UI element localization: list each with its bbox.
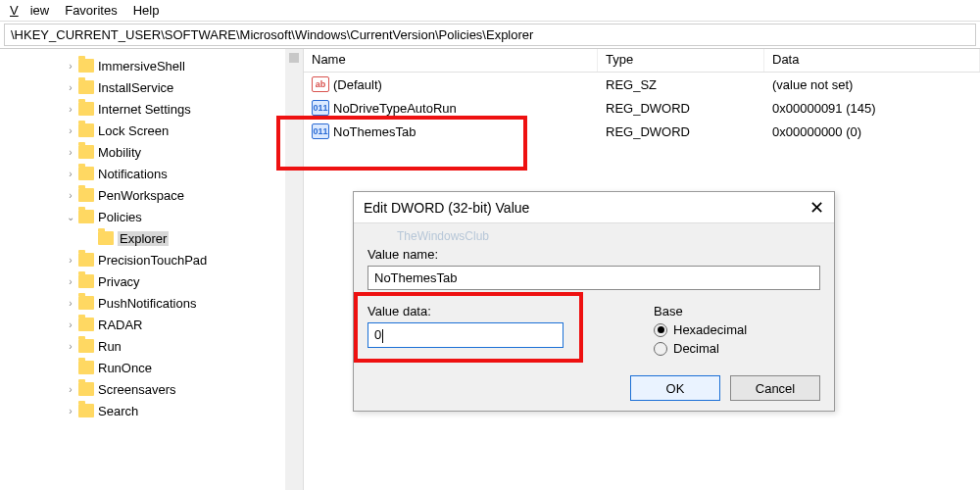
cancel-button[interactable]: Cancel: [730, 375, 820, 401]
tree-item-label: Mobility: [98, 145, 141, 160]
tree-item-label: PushNotifications: [98, 296, 196, 311]
chevron-right-icon[interactable]: ›: [65, 276, 76, 287]
folder-icon: [78, 253, 94, 267]
folder-icon: [78, 145, 94, 159]
chevron-right-icon[interactable]: ›: [65, 298, 76, 309]
folder-icon: [78, 123, 94, 137]
radio-dot-icon: [654, 323, 667, 337]
tree-item-screensavers[interactable]: ›Screensavers: [8, 378, 303, 400]
value-data-field[interactable]: 0: [368, 322, 564, 348]
dialog-title-text: Edit DWORD (32-bit) Value: [364, 200, 529, 216]
tree-item-immersiveshell[interactable]: ›ImmersiveShell: [8, 55, 303, 76]
tree-item-explorer[interactable]: Explorer: [8, 227, 303, 249]
value-row[interactable]: 011NoThemesTabREG_DWORD0x00000000 (0): [304, 120, 980, 143]
folder-icon: [78, 59, 94, 73]
chevron-right-icon[interactable]: ›: [65, 147, 76, 158]
edit-dword-dialog: Edit DWORD (32-bit) Value ✕ TheWindowsCl…: [353, 191, 835, 412]
base-group-label: Base: [654, 304, 820, 318]
chevron-right-icon[interactable]: ›: [65, 190, 76, 201]
folder-icon: [78, 188, 94, 202]
chevron-right-icon[interactable]: ›: [65, 255, 76, 266]
address-bar: \HKEY_CURRENT_USER\SOFTWARE\Microsoft\Wi…: [0, 22, 980, 49]
tree-item-search[interactable]: ›Search: [8, 400, 303, 421]
tree-item-label: Explorer: [118, 231, 169, 246]
tree-item-penworkspace[interactable]: ›PenWorkspace: [8, 184, 303, 206]
col-header-type[interactable]: Type: [598, 49, 764, 72]
menu-view[interactable]: View: [4, 1, 55, 20]
tree-item-notifications[interactable]: ›Notifications: [8, 163, 303, 184]
folder-icon: [78, 80, 94, 94]
value-name-cell: NoThemesTab: [333, 124, 416, 139]
close-icon[interactable]: ✕: [809, 197, 824, 219]
tree-item-label: RADAR: [98, 318, 143, 332]
chevron-right-icon[interactable]: ›: [65, 125, 76, 136]
address-path[interactable]: \HKEY_CURRENT_USER\SOFTWARE\Microsoft\Wi…: [4, 24, 976, 46]
ok-button[interactable]: OK: [630, 375, 720, 401]
menu-favorites[interactable]: Favorites: [59, 1, 122, 20]
folder-icon: [78, 102, 94, 116]
tree-item-runonce[interactable]: RunOnce: [8, 357, 303, 378]
col-header-name[interactable]: Name: [304, 49, 598, 72]
reg-dword-icon: 011: [312, 123, 329, 139]
tree-item-label: Internet Settings: [98, 102, 191, 117]
chevron-right-icon[interactable]: ›: [65, 61, 76, 72]
value-name-cell: (Default): [333, 77, 382, 92]
chevron-right-icon[interactable]: ›: [65, 82, 76, 93]
list-header: Name Type Data: [304, 49, 980, 73]
value-type-cell: REG_DWORD: [598, 124, 764, 139]
tree-item-lock-screen[interactable]: ›Lock Screen: [8, 120, 303, 141]
tree-item-label: Notifications: [98, 167, 168, 181]
tree-pane: ›ImmersiveShell›InstallService›Internet …: [0, 49, 304, 490]
chevron-right-icon[interactable]: ›: [65, 384, 76, 395]
folder-icon: [78, 339, 94, 353]
chevron-down-icon[interactable]: ⌄: [65, 212, 76, 222]
radio-dot-icon: [654, 342, 667, 356]
tree-item-policies[interactable]: ⌄Policies: [8, 206, 303, 227]
tree-item-pushnotifications[interactable]: ›PushNotifications: [8, 292, 303, 314]
tree-item-label: Screensavers: [98, 382, 175, 397]
reg-sz-icon: ab: [312, 76, 329, 92]
menu-help[interactable]: Help: [127, 1, 166, 20]
tree-item-label: Run: [98, 339, 122, 354]
folder-icon: [78, 274, 94, 288]
tree-item-label: PenWorkspace: [98, 188, 184, 203]
watermark-text: TheWindowsClub: [368, 229, 820, 243]
tree-item-run[interactable]: ›Run: [8, 335, 303, 357]
folder-icon: [78, 404, 94, 417]
reg-dword-icon: 011: [312, 100, 329, 116]
chevron-right-icon[interactable]: ›: [65, 104, 76, 115]
chevron-right-icon[interactable]: ›: [65, 341, 76, 352]
folder-icon: [78, 382, 94, 396]
value-data-cell: 0x00000091 (145): [764, 101, 980, 116]
tree-item-internet-settings[interactable]: ›Internet Settings: [8, 98, 303, 120]
tree-item-mobility[interactable]: ›Mobility: [8, 141, 303, 163]
value-data-label: Value data:: [368, 304, 634, 318]
col-header-data[interactable]: Data: [764, 49, 980, 72]
tree-item-privacy[interactable]: ›Privacy: [8, 270, 303, 292]
value-row[interactable]: 011NoDriveTypeAutoRunREG_DWORD0x00000091…: [304, 96, 980, 120]
value-name-cell: NoDriveTypeAutoRun: [333, 101, 457, 116]
tree-item-label: InstallService: [98, 80, 173, 95]
folder-icon: [98, 231, 114, 245]
tree-item-label: Search: [98, 404, 138, 418]
tree-item-radar[interactable]: ›RADAR: [8, 314, 303, 335]
tree-item-label: RunOnce: [98, 361, 152, 375]
tree-item-installservice[interactable]: ›InstallService: [8, 76, 303, 98]
folder-icon: [78, 296, 94, 310]
tree-item-label: PrecisionTouchPad: [98, 253, 207, 268]
value-row[interactable]: ab(Default)REG_SZ(value not set): [304, 73, 980, 96]
chevron-right-icon[interactable]: ›: [65, 406, 76, 416]
folder-icon: [78, 361, 94, 374]
value-name-field[interactable]: NoThemesTab: [368, 266, 820, 290]
value-name-label: Value name:: [368, 247, 820, 262]
chevron-right-icon[interactable]: ›: [65, 319, 76, 330]
tree-item-precisiontouchpad[interactable]: ›PrecisionTouchPad: [8, 249, 303, 270]
tree-item-label: Policies: [98, 210, 142, 224]
value-data-cell: (value not set): [764, 77, 980, 92]
chevron-right-icon[interactable]: ›: [65, 169, 76, 179]
radio-decimal[interactable]: Decimal: [654, 341, 820, 356]
tree-scrollbar[interactable]: [285, 49, 303, 490]
folder-icon: [78, 167, 94, 180]
value-data-cell: 0x00000000 (0): [764, 124, 980, 139]
radio-hexadecimal[interactable]: Hexadecimal: [654, 322, 820, 337]
